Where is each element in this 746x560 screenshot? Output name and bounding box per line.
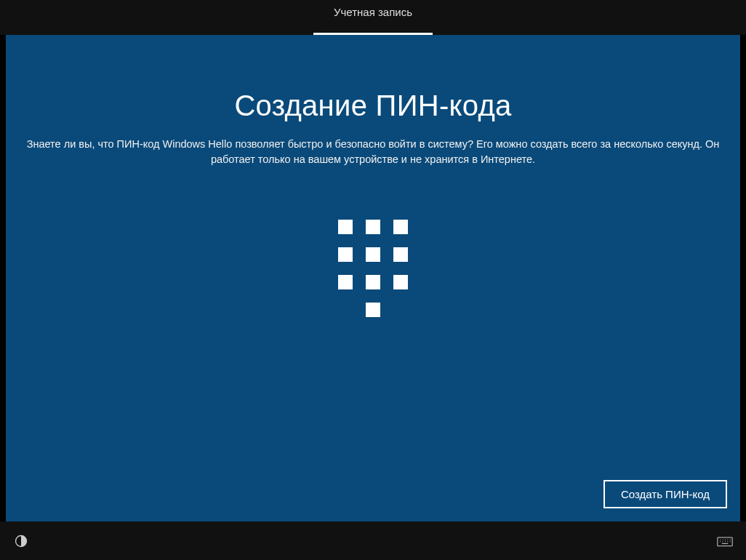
pinpad-empty [393, 303, 408, 317]
page-title: Создание ПИН-кода [234, 89, 511, 122]
pinpad-icon [338, 220, 408, 317]
top-bar: Учетная запись [0, 0, 746, 35]
pinpad-dot [366, 303, 380, 317]
pinpad-empty [338, 303, 353, 317]
pinpad-dot [393, 275, 408, 289]
page-subtitle: Знаете ли вы, что ПИН-код Windows Hello … [24, 137, 722, 167]
tab-account[interactable]: Учетная запись [313, 0, 433, 35]
pinpad-dot [393, 220, 408, 234]
main-panel: Создание ПИН-кода Знаете ли вы, что ПИН-… [6, 35, 740, 521]
keyboard-icon[interactable] [717, 533, 733, 549]
pinpad-dot [338, 275, 353, 289]
bottom-bar [0, 521, 746, 560]
pinpad-dot [366, 220, 380, 234]
ease-of-access-icon[interactable] [13, 533, 29, 549]
pinpad-dot [366, 247, 380, 262]
pinpad-dot [393, 247, 408, 262]
create-pin-button[interactable]: Создать ПИН-код [603, 480, 727, 508]
pinpad-dot [366, 275, 380, 289]
pinpad-dot [338, 220, 353, 234]
action-area: Создать ПИН-код [603, 480, 727, 508]
tab-label: Учетная запись [334, 6, 412, 18]
pinpad-dot [338, 247, 353, 262]
